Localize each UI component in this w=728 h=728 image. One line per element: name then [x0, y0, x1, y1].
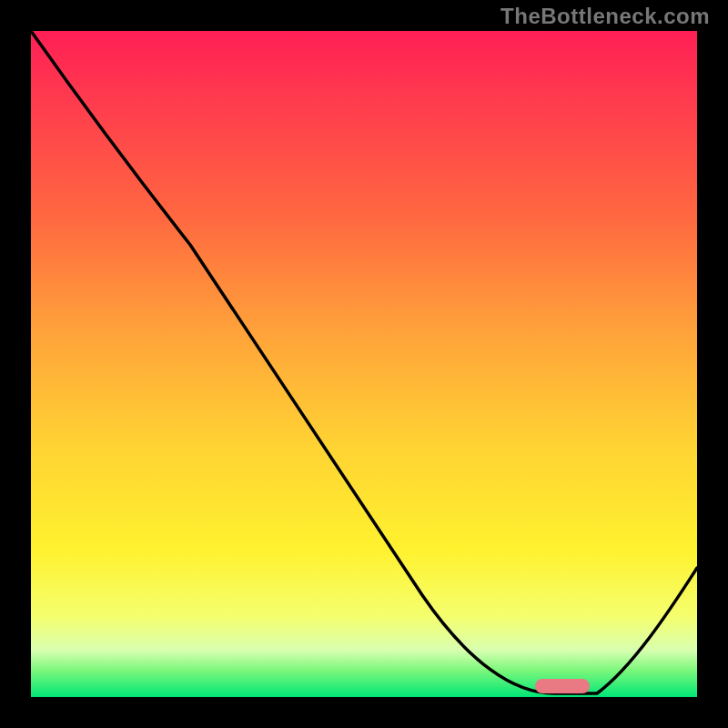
chart-frame: TheBottleneck.com: [0, 0, 728, 728]
optimal-marker: [535, 679, 590, 693]
watermark: TheBottleneck.com: [500, 4, 710, 29]
plot-area: [31, 31, 697, 697]
bottleneck-curve: [31, 31, 697, 697]
